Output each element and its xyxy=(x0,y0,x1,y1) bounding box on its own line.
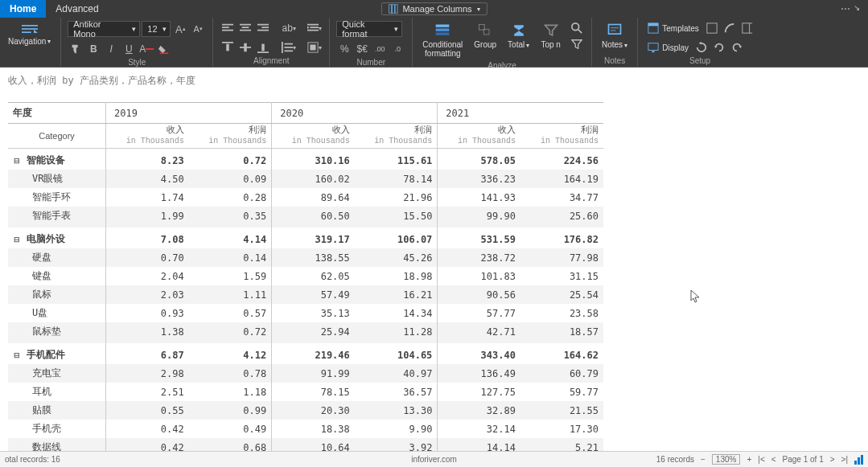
valign-top-button[interactable] xyxy=(220,40,236,55)
value-cell: 8.23 xyxy=(106,149,189,170)
display-button[interactable]: Display xyxy=(644,41,692,54)
site-link[interactable]: inforiver.com xyxy=(411,455,457,464)
reset-button[interactable] xyxy=(693,40,710,55)
inc-decimal-button[interactable]: .00 xyxy=(372,42,388,56)
value-cell: 4.14 xyxy=(189,227,272,248)
value-cell: 1.18 xyxy=(189,383,272,401)
page-last-button[interactable]: >| xyxy=(841,455,848,464)
percent-button[interactable]: % xyxy=(336,42,352,56)
indent-button[interactable]: ▾ xyxy=(306,21,323,35)
subrow-cell[interactable]: 手机壳 xyxy=(8,420,106,438)
measure-header[interactable]: 收入in Thousands xyxy=(272,124,355,149)
subrow-cell[interactable]: 鼠标 xyxy=(8,285,106,304)
category-cell[interactable]: ⊟ 智能设备 xyxy=(8,149,106,170)
chart-mode-icon[interactable] xyxy=(854,455,863,465)
tab-home[interactable]: Home xyxy=(0,0,46,18)
refresh-button[interactable] xyxy=(711,40,727,55)
font-decrease-button[interactable]: A▾ xyxy=(190,22,206,36)
layout-3-button[interactable] xyxy=(739,21,755,35)
svg-rect-19 xyxy=(222,42,233,43)
italic-button[interactable]: I xyxy=(103,42,119,56)
page-prev-button[interactable]: < xyxy=(771,455,776,464)
subrow-cell[interactable]: 智能手表 xyxy=(8,207,106,227)
value-cell: 1.11 xyxy=(189,285,272,304)
value-cell: 15.50 xyxy=(355,207,438,227)
subrow-cell[interactable]: 智能手环 xyxy=(8,188,106,207)
bold-button[interactable]: B xyxy=(85,42,101,56)
value-cell: 62.05 xyxy=(272,267,355,285)
ribbon: Navigation▾ Antikor Mono 12 A▴ A▾ B I U … xyxy=(0,18,868,68)
underline-button[interactable]: U xyxy=(121,42,137,56)
layout-1-button[interactable] xyxy=(704,21,720,35)
value-cell: 0.42 xyxy=(106,420,189,438)
expand-icon[interactable]: ↘ xyxy=(854,3,860,14)
value-cell: 104.65 xyxy=(355,343,438,364)
subrow-cell[interactable]: VR眼镜 xyxy=(8,170,106,188)
row-height-button[interactable]: ▾ xyxy=(281,40,297,55)
value-cell: 35.13 xyxy=(272,304,355,322)
year-2020[interactable]: 2020 xyxy=(272,103,438,124)
measure-header[interactable]: 利润in Thousands xyxy=(520,124,603,149)
page-next-button[interactable]: > xyxy=(830,455,835,464)
value-cell: 18.38 xyxy=(272,420,355,438)
page-first-button[interactable]: |< xyxy=(758,455,764,464)
valign-mid-button[interactable] xyxy=(237,40,253,55)
filter-button[interactable] xyxy=(569,37,585,51)
subrow-cell[interactable]: 数据线 xyxy=(8,438,106,451)
align-right-button[interactable] xyxy=(255,21,271,35)
dec-decimal-button[interactable]: .0 xyxy=(389,42,405,56)
align-left-button[interactable] xyxy=(220,21,236,35)
orientation-button[interactable]: ab▾ xyxy=(281,21,297,35)
zoom-out-button[interactable]: − xyxy=(701,455,706,464)
measure-header[interactable]: 收入in Thousands xyxy=(106,124,189,149)
valign-bot-button[interactable] xyxy=(255,40,271,55)
subrow-cell[interactable]: 贴膜 xyxy=(8,401,106,420)
topn-button[interactable]: Top n xyxy=(537,21,563,51)
category-cell[interactable]: ⊟ 手机配件 xyxy=(8,343,106,364)
svg-rect-16 xyxy=(307,24,319,26)
value-cell: 101.83 xyxy=(438,267,520,285)
total-button[interactable]: Total ▾ xyxy=(504,21,533,51)
redo-button[interactable] xyxy=(729,40,745,55)
measure-header[interactable]: 利润in Thousands xyxy=(189,124,272,149)
year-2019[interactable]: 2019 xyxy=(106,103,272,124)
navigation-button[interactable]: Navigation▾ xyxy=(5,21,54,47)
value-cell: 343.40 xyxy=(438,343,520,364)
conditional-formatting-button[interactable]: Conditional formatting xyxy=(419,21,466,59)
zoom-in-button[interactable]: + xyxy=(747,455,751,464)
search-button[interactable] xyxy=(569,21,585,35)
format-painter-button[interactable] xyxy=(68,42,84,56)
measure-header[interactable]: 收入in Thousands xyxy=(438,124,520,149)
tab-advanced[interactable]: Advanced xyxy=(46,0,108,18)
font-increase-button[interactable]: A▴ xyxy=(172,22,188,36)
svg-rect-6 xyxy=(160,52,169,54)
subrow-cell[interactable]: 耳机 xyxy=(8,383,106,401)
subrow-cell[interactable]: U盘 xyxy=(8,304,106,322)
templates-button[interactable]: Templates xyxy=(644,22,702,35)
more-icon[interactable]: ⋯ xyxy=(841,3,850,14)
notes-button[interactable]: Notes ▾ xyxy=(599,21,631,51)
value-cell: 4.50 xyxy=(106,170,189,188)
year-2021[interactable]: 2021 xyxy=(438,103,603,124)
fill-color-button[interactable] xyxy=(156,42,172,56)
category-cell[interactable]: ⊟ 电脑外设 xyxy=(8,227,106,248)
subrow-cell[interactable]: 键盘 xyxy=(8,267,106,285)
layout-2-button[interactable] xyxy=(722,21,738,35)
value-cell: 90.56 xyxy=(438,285,520,304)
measure-header[interactable]: 利润in Thousands xyxy=(355,124,438,149)
align-center-button[interactable] xyxy=(237,21,253,35)
group-button[interactable]: Group xyxy=(471,21,500,51)
value-cell: 14.14 xyxy=(438,438,520,451)
zoom-level[interactable]: 130% xyxy=(712,454,741,465)
subrow-cell[interactable]: 硬盘 xyxy=(8,248,106,267)
subrow-cell[interactable]: 鼠标垫 xyxy=(8,322,106,343)
status-bar: otal records: 16 inforiver.com 16 record… xyxy=(0,451,868,467)
currency-button[interactable]: $€ xyxy=(354,42,370,56)
font-family-select[interactable]: Antikor Mono xyxy=(68,21,140,37)
padding-button[interactable]: ▾ xyxy=(306,40,323,55)
quick-format-select[interactable]: Quick format xyxy=(336,21,402,37)
font-color-button[interactable]: A xyxy=(138,42,154,56)
font-size-select[interactable]: 12 xyxy=(142,21,171,37)
subrow-cell[interactable]: 充电宝 xyxy=(8,364,106,383)
manage-columns-button[interactable]: Manage Columns ▾ xyxy=(381,2,487,15)
